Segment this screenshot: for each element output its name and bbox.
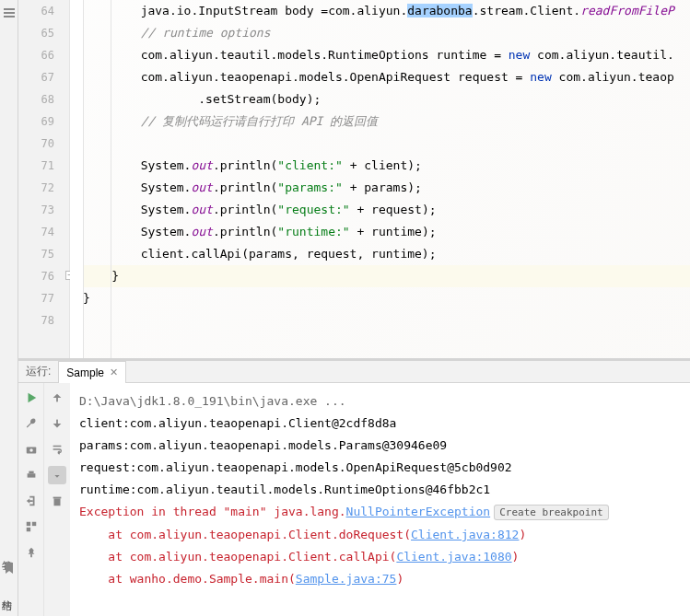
exception-link[interactable]: NullPointerException [346,505,491,518]
code-line[interactable]: } [70,265,690,287]
line-number: 75 [18,243,69,265]
line-number: 72 [18,177,69,199]
console-line: 进程已结束,退出代码1 [79,612,681,616]
code-line[interactable]: java.io.InputStream body =com.aliyun.dar… [70,0,690,22]
line-number: 65 [18,22,69,44]
print-icon[interactable] [22,466,41,484]
code-line[interactable]: client.callApi(params, request, runtime)… [70,243,690,265]
wrench-icon[interactable] [22,414,41,433]
run-tool-column-right [44,383,70,616]
console-line: request:com.aliyun.teaopenapi.models.Ope… [79,457,681,479]
code-line[interactable]: System.out.println("request:" + request)… [70,199,690,221]
line-number: 73 [18,199,69,221]
svg-rect-2 [4,16,15,17]
create-breakpoint-button[interactable]: Create breakpoint [494,505,609,520]
code-line[interactable] [70,133,690,155]
console-line: at com.aliyun.teaopenapi.Client.doReques… [79,524,681,546]
left-tool-rail: 书签 结构 [0,0,18,616]
code-editor[interactable]: java.io.InputStream body =com.aliyun.dar… [70,0,690,358]
stacktrace-link[interactable]: Sample.java:75 [296,572,397,586]
run-label: 运行: [18,364,58,379]
svg-rect-7 [26,522,29,526]
line-number: 64 [18,0,69,22]
line-number: 70 [18,133,69,155]
editor-gutter: 64 65 66 67 68 69 70 71 72 73 74 75 76 7… [18,0,70,358]
console-output[interactable]: D:\Java\jdk1.8.0_191\bin\java.exe ... cl… [70,383,690,616]
line-number: 68 [18,88,69,110]
svg-rect-13 [54,498,61,506]
run-tab[interactable]: Sample ✕ [58,361,126,383]
code-line[interactable]: com.aliyun.teaopenapi.models.OpenApiRequ… [70,66,690,88]
trash-icon[interactable] [48,492,66,510]
code-line[interactable]: // runtime options [70,22,690,44]
up-arrow-icon[interactable] [48,389,66,407]
console-line: params:com.aliyun.teaopenapi.models.Para… [79,435,681,457]
code-line[interactable]: .setStream(body); [70,88,690,110]
code-line[interactable]: } [70,287,690,309]
line-number: 76 [18,265,69,287]
run-tab-title: Sample [66,366,104,379]
console-line: runtime:com.aliyun.teautil.models.Runtim… [79,479,681,501]
code-line[interactable]: // 复制代码运行请自行打印 API 的返回值 [70,110,690,133]
line-number: 66 [18,44,69,66]
soft-wrap-icon[interactable] [48,440,66,459]
rerun-button[interactable] [22,389,41,407]
run-tool-column-left [18,383,44,616]
console-line: D:\Java\jdk1.8.0_191\bin\java.exe ... [79,390,681,413]
stacktrace-link[interactable]: Client.java:1080 [396,550,511,564]
svg-rect-6 [29,471,33,474]
svg-rect-11 [56,398,58,401]
exit-icon[interactable] [22,492,41,510]
console-line: at com.aliyun.teaopenapi.Client.callApi(… [79,546,681,568]
line-number: 69 [18,110,69,133]
layout-icon[interactable] [22,517,41,536]
pin-icon[interactable] [22,543,41,562]
svg-point-4 [29,448,33,452]
run-toolbar: 运行: Sample ✕ [18,361,690,383]
code-line[interactable]: System.out.println("runtime:" + runtime)… [70,221,690,243]
svg-rect-5 [27,473,35,477]
line-number: 67 [18,66,69,88]
down-arrow-icon[interactable] [48,414,66,433]
line-number: 77 [18,287,69,309]
close-icon[interactable]: ✕ [110,366,118,378]
svg-rect-9 [26,528,29,531]
bookmark-icon[interactable] [2,561,17,575]
svg-rect-12 [56,420,58,424]
svg-rect-1 [4,12,15,14]
console-line [79,590,681,612]
code-line[interactable]: com.aliyun.teautil.models.RuntimeOptions… [70,44,690,66]
camera-icon[interactable] [22,440,41,459]
code-line[interactable] [70,309,690,331]
console-line: at wanho.demo.Sample.main(Sample.java:75… [79,568,681,590]
line-number: 71 [18,155,69,177]
stacktrace-link[interactable]: Client.java:812 [411,528,519,541]
code-line[interactable]: System.out.println("params:" + params); [70,177,690,199]
line-number: 74 [18,221,69,243]
svg-rect-10 [30,554,32,558]
svg-rect-8 [31,522,35,526]
scroll-to-end-icon[interactable] [48,466,66,484]
project-icon[interactable] [2,6,17,20]
console-line: client:com.aliyun.teaopenapi.Client@2cdf… [79,413,681,435]
console-line: Exception in thread "main" java.lang.Nul… [79,501,681,524]
code-line[interactable]: System.out.println("client:" + client); [70,155,690,177]
svg-rect-14 [53,497,62,499]
line-number: 78 [18,309,69,331]
svg-rect-0 [4,8,15,10]
